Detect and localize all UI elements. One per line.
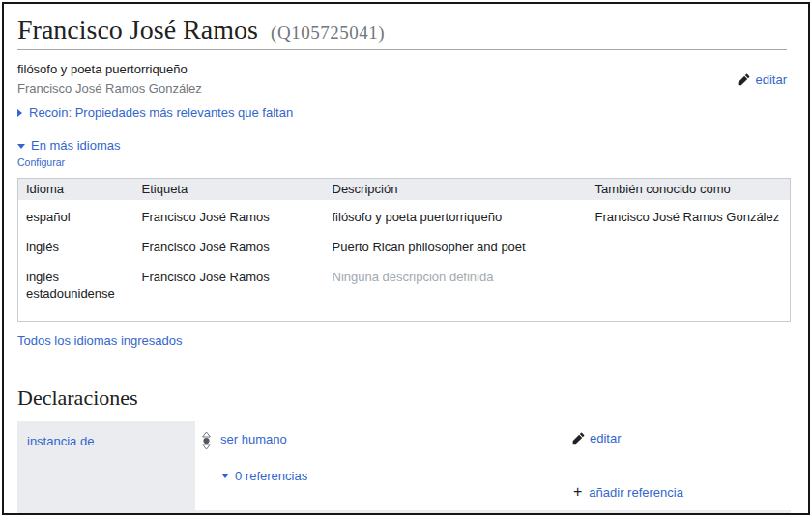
cell-description-empty[interactable]: Ninguna descripción definida [325, 260, 588, 322]
add-value-link[interactable]: añadir valor [575, 514, 656, 515]
plus-icon [573, 486, 582, 498]
statement-group: instancia de ser humano editar [17, 421, 791, 515]
add-reference-label: añadir referencia [589, 485, 683, 500]
add-reference-link[interactable]: añadir referencia [573, 485, 683, 500]
recoin-row: Recoin: Propiedades más relevantes que f… [17, 103, 787, 123]
cell-label[interactable]: Francisco José Ramos [134, 200, 325, 230]
edit-statement-label: editar [590, 431, 622, 445]
add-value-label: añadir valor [591, 514, 656, 515]
cell-language: inglés estadounidense [18, 260, 134, 322]
entity-terms-text: filósofo y poeta puertorriqueño Francisc… [17, 60, 738, 99]
page-title: Francisco José Ramos [17, 14, 258, 44]
table-row: español Francisco José Ramos filósofo y … [18, 200, 791, 230]
table-row: inglés Francisco José Ramos Puerto Rican… [18, 230, 791, 260]
column-header-tambien: También conocido como [588, 179, 791, 201]
rank-selector-icon[interactable] [201, 431, 212, 450]
statements-heading: Declaraciones [17, 386, 787, 411]
property-link[interactable]: instancia de [27, 434, 94, 448]
statement-mainsnak: ser humano editar 0 referencias añadir r… [195, 421, 791, 510]
language-table-header-row: Idioma Etiqueta Descripción También cono… [18, 179, 791, 201]
statement-value-link[interactable]: ser humano [220, 432, 287, 447]
property-label: instancia de [17, 421, 195, 461]
column-header-descripcion: Descripción [325, 179, 588, 201]
column-header-etiqueta: Etiqueta [134, 179, 325, 201]
more-languages-label: En más idiomas [31, 137, 120, 155]
recoin-link[interactable]: Recoin: Propiedades más relevantes que f… [29, 103, 293, 123]
configure-link[interactable]: Configurar [17, 157, 65, 168]
column-header-idioma: Idioma [18, 179, 134, 201]
entity-terms: filósofo y poeta puertorriqueño Francisc… [17, 60, 787, 99]
chevron-right-icon[interactable] [17, 109, 22, 117]
cell-description[interactable]: Puerto Rican philosopher and poet [325, 230, 588, 260]
references-toggle[interactable]: 0 referencias [221, 469, 307, 483]
chevron-down-icon [17, 144, 25, 149]
page-content: Francisco José Ramos (Q105725041) filóso… [4, 14, 808, 515]
title-row: Francisco José Ramos (Q105725041) [17, 14, 787, 50]
cell-alias[interactable] [588, 230, 791, 260]
edit-statement-link[interactable]: editar [572, 431, 622, 445]
entity-description: filósofo y poeta puertorriqueño [17, 60, 738, 79]
cell-label[interactable]: Francisco José Ramos [134, 260, 325, 322]
cell-language: español [18, 200, 134, 230]
cell-description[interactable]: filósofo y poeta puertorriqueño [325, 200, 588, 230]
cell-alias[interactable] [588, 260, 791, 322]
language-table: Idioma Etiqueta Descripción También cono… [17, 178, 791, 322]
pencil-icon [572, 432, 585, 445]
more-languages-toggle[interactable]: En más idiomas [17, 137, 787, 155]
edit-terms-label: editar [755, 72, 787, 87]
references-count-label: 0 referencias [235, 469, 307, 483]
cell-alias[interactable]: Francisco José Ramos González [588, 200, 791, 230]
entity-page: Francisco José Ramos (Q105725041) filóso… [2, 2, 810, 515]
edit-terms-link[interactable]: editar [738, 60, 787, 99]
table-row: inglés estadounidense Francisco José Ram… [18, 260, 791, 322]
cell-label[interactable]: Francisco José Ramos [134, 230, 325, 260]
chevron-down-icon [221, 474, 229, 478]
entity-alias: Francisco José Ramos González [17, 79, 738, 99]
cell-language: inglés [18, 230, 134, 260]
entity-id: (Q105725041) [271, 22, 385, 43]
pencil-icon [738, 73, 750, 86]
all-languages-link[interactable]: Todos los idiomas ingresados [17, 332, 183, 350]
